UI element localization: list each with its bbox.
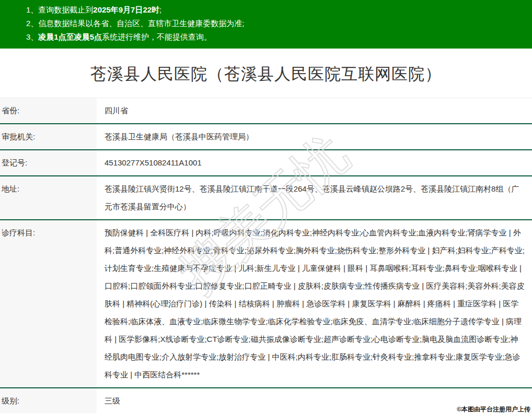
table-row-level: 级别: 三级 — [0, 388, 532, 413]
row-label: 登记号: — [0, 150, 97, 175]
row-value: 四川省 — [97, 98, 532, 123]
row-label: 审批机关: — [0, 124, 97, 149]
table-row-province: 省份: 四川省 — [0, 98, 532, 124]
row-label: 诊疗科目: — [0, 220, 97, 387]
notice-header: 1、查询数据截止到2025年9月7日22时; 2、信息数据结果以各省、自治区、直… — [0, 0, 532, 49]
table-row-medical-departments: 诊疗科目: 预防保健科 | 全科医疗科 | 内科;呼吸内科专业;消化内科专业;神… — [0, 220, 532, 388]
row-value: 三级 — [97, 388, 532, 413]
notice-text: 信息数据结果以各省、自治区、直辖市卫生健康委数据为准; — [38, 19, 244, 28]
notice-line-2: 2、信息数据结果以各省、自治区、直辖市卫生健康委数据为准; — [26, 17, 527, 30]
notice-number: 3、 — [26, 32, 38, 41]
hospital-info-table: 省份: 四川省 审批机关: 苍溪县卫生健康局（苍溪县中医药管理局） 登记号: 4… — [0, 98, 532, 413]
page-title: 苍溪县人民医院（苍溪县人民医院互联网医院） — [0, 63, 532, 85]
notice-text: 查询数据截止到 — [38, 5, 93, 14]
row-value: 苍溪县卫生健康局（苍溪县中医药管理局） — [97, 124, 532, 149]
row-value: 苍溪县陵江镇兴贤街12号、苍溪县陵江镇江南干道一段264号、苍溪县云峰镇赵公坝路… — [97, 176, 532, 219]
notice-text: ; — [159, 5, 161, 14]
row-value: 45130277X51082411A1001 — [97, 150, 532, 175]
table-row-approval-authority: 审批机关: 苍溪县卫生健康局（苍溪县中医药管理局） — [0, 124, 532, 150]
row-label: 地址: — [0, 176, 97, 219]
notice-number: 1、 — [26, 5, 38, 14]
table-row-address: 地址: 苍溪县陵江镇兴贤街12号、苍溪县陵江镇江南干道一段264号、苍溪县云峰镇… — [0, 176, 532, 220]
row-label: 级别: — [0, 388, 97, 413]
notice-line-3: 3、凌晨1点至凌晨5点系统进行维护，不能提供查询。 — [26, 30, 527, 44]
row-label: 省份: — [0, 98, 97, 123]
notice-bold-text: 2025年9月7日22时 — [93, 5, 159, 14]
notice-bold-text: 凌晨1点至凌晨5点 — [38, 32, 102, 41]
table-row-registration-number: 登记号: 45130277X51082411A1001 — [0, 150, 532, 176]
notice-line-1: 1、查询数据截止到2025年9月7日22时; — [26, 3, 527, 17]
notice-number: 2、 — [26, 19, 38, 28]
row-value: 预防保健科 | 全科医疗科 | 内科;呼吸内科专业;消化内科专业;神经内科专业;… — [97, 220, 532, 387]
notice-text: 系统进行维护，不能提供查询。 — [102, 32, 212, 41]
